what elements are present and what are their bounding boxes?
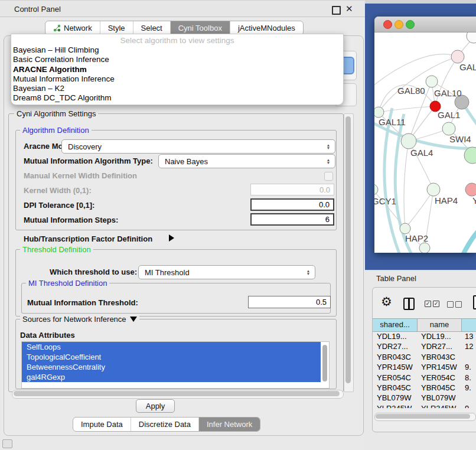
attribute-item[interactable]: gal4RGexp xyxy=(22,372,321,382)
node-label: GAL4 xyxy=(410,148,433,158)
zoom-light[interactable] xyxy=(406,20,415,29)
network-node[interactable] xyxy=(467,32,476,43)
tab-style[interactable]: Style xyxy=(100,21,133,35)
table-cell: YBL079W xyxy=(373,393,418,403)
table-row[interactable]: YLR345WYLR345W9. xyxy=(373,403,476,408)
network-node[interactable] xyxy=(426,76,438,87)
checked-box-icon[interactable]: ✓ xyxy=(433,301,439,307)
table-row[interactable]: YBR045CYBR045C9. xyxy=(373,383,476,393)
network-node[interactable] xyxy=(451,50,464,63)
expand-arrow-icon[interactable] xyxy=(169,234,174,242)
settings-horizontal-scrollbar[interactable] xyxy=(12,390,344,399)
attribute-item[interactable]: TopologicalCoefficient xyxy=(22,352,321,362)
attribute-item[interactable]: BetweennessCentrality xyxy=(22,362,321,372)
table-cell: 9. xyxy=(462,403,476,408)
settings-vertical-scrollbar[interactable] xyxy=(344,113,354,392)
mi-threshold-input[interactable] xyxy=(248,296,331,308)
collapsed-panel-icon[interactable] xyxy=(2,439,12,448)
data-attributes-list[interactable]: SelfLoopsTopologicalCoefficientBetweenne… xyxy=(21,341,330,389)
table-row[interactable]: YBR043CYBR043C xyxy=(373,352,476,362)
table-cell: YPR145W xyxy=(373,362,418,372)
algorithm-option[interactable]: ARACNE Algorithm xyxy=(11,65,343,74)
dpi-tolerance-input[interactable] xyxy=(250,198,334,211)
algorithm-option[interactable]: Bayesian – Hill Climbing xyxy=(11,45,343,55)
apply-button[interactable]: Apply xyxy=(136,399,175,413)
column-header-clipped[interactable]: A xyxy=(462,319,476,331)
algorithm-option[interactable]: Dream8 DC_TDC Algorithm xyxy=(11,93,343,103)
network-view-window[interactable]: GAL80GAL10GAL11GAL1SWI4GAL4GCY1HAP4YHAP2… xyxy=(374,17,476,253)
sources-title[interactable]: Sources for Network Inference xyxy=(20,315,139,324)
which-threshold-value: MI Threshold xyxy=(139,268,304,277)
tab-select[interactable]: Select xyxy=(133,21,170,35)
which-threshold-label: Which threshold to use: xyxy=(50,268,137,276)
network-node[interactable] xyxy=(400,223,410,234)
table-panel: ⚙ ✓ ✓ shared... name A YDL19...YDL19...1… xyxy=(372,287,476,432)
dpi-tolerance-label: DPI Tolerance [0,1]: xyxy=(24,201,94,210)
network-canvas[interactable]: GAL80GAL10GAL11GAL1SWI4GAL4GCY1HAP4YHAP2… xyxy=(374,32,476,253)
algorithm-option[interactable]: Mutual Information Inference xyxy=(11,74,343,84)
aracne-mode-value: Discovery xyxy=(62,142,324,151)
table-row[interactable]: YPR145WYPR145W9. xyxy=(373,362,476,372)
table-row[interactable]: YER054CYER054C8. xyxy=(373,373,476,383)
tab-cyni-toolbox[interactable]: Cyni Toolbox xyxy=(170,21,230,35)
table-cell: YLR345W xyxy=(418,403,462,408)
which-threshold-select[interactable]: MI Threshold ▲▼ xyxy=(138,265,315,279)
close-panel-icon[interactable]: ✕ xyxy=(345,4,353,14)
network-node[interactable] xyxy=(427,183,440,196)
hub-definition-label[interactable]: Hub/Transcription Factor Definition xyxy=(24,234,152,243)
mi-steps-label: Mutual Information Steps: xyxy=(24,216,118,224)
minimize-light[interactable] xyxy=(395,20,403,29)
scrollbar-thumb[interactable] xyxy=(14,391,340,396)
mi-type-select[interactable]: Naive Bayes ▲▼ xyxy=(158,154,335,168)
network-node[interactable] xyxy=(442,122,455,135)
network-node[interactable] xyxy=(374,184,378,195)
scrollbar-thumb[interactable] xyxy=(345,116,351,383)
manual-kernel-label: Manual Kernel Width Definition xyxy=(24,171,137,180)
checked-box-icon[interactable]: ✓ xyxy=(425,301,431,307)
desktop-top-strip xyxy=(365,0,476,4)
tab-impute-data[interactable]: Impute Data xyxy=(73,418,131,431)
node-label: GAL11 xyxy=(379,117,406,127)
tab-network[interactable]: Network xyxy=(45,21,100,35)
document-icon[interactable] xyxy=(473,295,476,309)
gear-icon[interactable]: ⚙ xyxy=(381,295,392,309)
scrollbar-thumb[interactable] xyxy=(376,414,470,419)
mi-steps-input[interactable] xyxy=(250,213,334,226)
network-node[interactable] xyxy=(419,243,430,253)
float-panel-icon[interactable] xyxy=(332,6,341,15)
tab-infer-network[interactable]: Infer Network xyxy=(198,418,260,431)
network-edge xyxy=(374,54,458,89)
algorithm-option[interactable]: Bayesian – K2 xyxy=(11,84,343,93)
close-light[interactable] xyxy=(383,20,392,29)
table-horizontal-scrollbar[interactable] xyxy=(374,413,476,421)
table-row[interactable]: YDR27...YDR27...12 xyxy=(373,341,476,351)
table-cell: 9. xyxy=(462,383,476,393)
network-node[interactable] xyxy=(374,107,384,118)
node-label: Y xyxy=(472,195,476,206)
list-scrollbar-thumb[interactable] xyxy=(322,345,327,381)
algorithm-option[interactable]: Basic Correlation Inference xyxy=(11,55,343,64)
column-header-shared[interactable]: shared... xyxy=(373,319,418,331)
network-edge xyxy=(462,225,476,253)
network-window-titlebar[interactable] xyxy=(374,17,476,32)
manual-kernel-checkbox[interactable] xyxy=(324,172,333,181)
aracne-mode-select[interactable]: Discovery ▲▼ xyxy=(61,139,335,154)
tab-jactivemnodules[interactable]: jActiveMNodules xyxy=(230,21,303,35)
attribute-item[interactable]: SelfLoops xyxy=(22,342,321,352)
network-node[interactable] xyxy=(401,133,416,149)
collapse-arrow-icon xyxy=(130,317,137,322)
cyni-settings-title: Cyni Algorithm Settings xyxy=(14,109,98,118)
column-header-name[interactable]: name xyxy=(418,319,462,331)
table-cell: 8. xyxy=(462,373,476,383)
mi-type-value: Naive Bayes xyxy=(159,157,324,166)
table-row[interactable]: YBL079WYBL079W xyxy=(373,393,476,403)
network-node[interactable] xyxy=(465,183,476,196)
unchecked-box-icon[interactable] xyxy=(455,301,462,308)
table-row[interactable]: YDL19...YDL19...13 xyxy=(373,331,476,341)
table-cell: YDL19... xyxy=(418,331,462,341)
split-pane-icon[interactable] xyxy=(403,298,415,310)
control-panel-titlebar: Control Panel ✕ xyxy=(0,0,366,17)
mi-threshold-label: Mutual Information Threshold: xyxy=(27,298,138,307)
unchecked-box-icon[interactable] xyxy=(447,301,454,308)
tab-discretize-data[interactable]: Discretize Data xyxy=(131,418,198,431)
